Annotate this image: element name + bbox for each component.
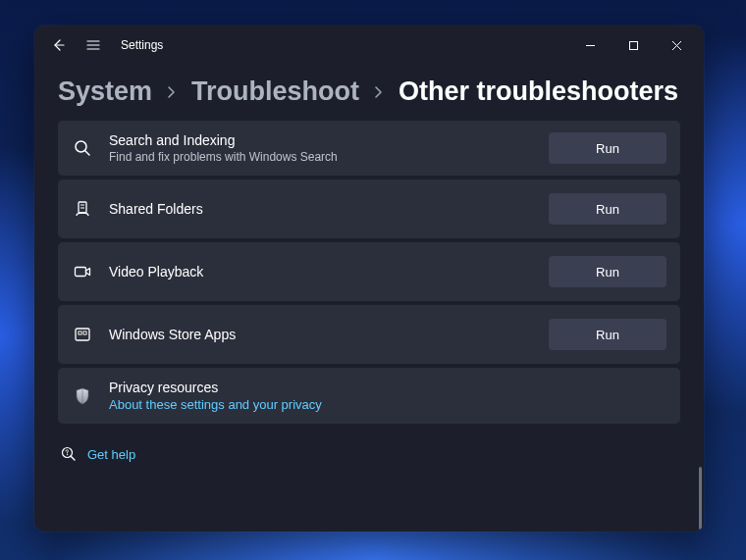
run-button[interactable]: Run bbox=[549, 193, 666, 225]
troubleshooter-row-windows-store-apps[interactable]: Windows Store Apps Run bbox=[58, 305, 680, 364]
troubleshooter-row-shared-folders[interactable]: Shared Folders Run bbox=[58, 179, 680, 238]
svg-rect-0 bbox=[629, 41, 637, 49]
svg-point-1 bbox=[76, 141, 86, 152]
chevron-right-icon bbox=[373, 84, 385, 100]
shared-folders-icon bbox=[72, 198, 93, 220]
help-icon bbox=[60, 445, 78, 463]
shield-icon bbox=[72, 385, 93, 407]
desktop-background: Settings System Troub bbox=[0, 0, 746, 560]
row-title: Privacy resources bbox=[109, 380, 666, 395]
svg-rect-5 bbox=[79, 331, 81, 334]
titlebar: Settings bbox=[34, 25, 704, 65]
breadcrumb: System Troubleshoot Other troubleshooter… bbox=[58, 78, 680, 105]
svg-rect-3 bbox=[76, 268, 86, 277]
breadcrumb-troubleshoot[interactable]: Troubleshoot bbox=[191, 78, 359, 105]
hamburger-icon[interactable] bbox=[85, 37, 101, 53]
run-button[interactable]: Run bbox=[549, 132, 666, 164]
privacy-link[interactable]: About these settings and your privacy bbox=[109, 397, 666, 412]
svg-rect-6 bbox=[83, 331, 86, 334]
minimize-button[interactable] bbox=[568, 29, 612, 61]
svg-rect-4 bbox=[76, 329, 89, 340]
app-title: Settings bbox=[121, 38, 163, 52]
scrollbar-thumb[interactable] bbox=[699, 467, 702, 530]
row-subtitle: Find and fix problems with Windows Searc… bbox=[109, 150, 533, 164]
get-help-link[interactable]: Get help bbox=[87, 447, 135, 462]
content-area: System Troubleshoot Other troubleshooter… bbox=[34, 65, 704, 532]
troubleshooter-list: Search and Indexing Find and fix problem… bbox=[58, 121, 680, 424]
row-title: Shared Folders bbox=[109, 201, 533, 217]
row-title: Windows Store Apps bbox=[109, 327, 533, 342]
privacy-resources-row[interactable]: Privacy resources About these settings a… bbox=[58, 368, 680, 424]
store-apps-icon bbox=[72, 324, 93, 345]
row-title: Video Playback bbox=[109, 264, 533, 280]
run-button[interactable]: Run bbox=[549, 319, 666, 350]
breadcrumb-system[interactable]: System bbox=[58, 78, 152, 105]
troubleshooter-row-video-playback[interactable]: Video Playback Run bbox=[58, 242, 680, 301]
close-button[interactable] bbox=[655, 29, 698, 61]
back-icon[interactable] bbox=[50, 37, 66, 53]
breadcrumb-other-troubleshooters: Other troubleshooters bbox=[399, 78, 678, 105]
troubleshooter-row-search-indexing[interactable]: Search and Indexing Find and fix problem… bbox=[58, 121, 680, 176]
footer: Get help bbox=[58, 445, 680, 463]
run-button[interactable]: Run bbox=[549, 256, 666, 287]
chevron-right-icon bbox=[166, 84, 178, 100]
settings-window: Settings System Troub bbox=[34, 25, 704, 532]
row-title: Search and Indexing bbox=[109, 132, 533, 148]
video-icon bbox=[72, 261, 93, 282]
maximize-button[interactable] bbox=[612, 29, 655, 61]
svg-point-8 bbox=[67, 454, 68, 455]
search-icon bbox=[72, 137, 93, 159]
